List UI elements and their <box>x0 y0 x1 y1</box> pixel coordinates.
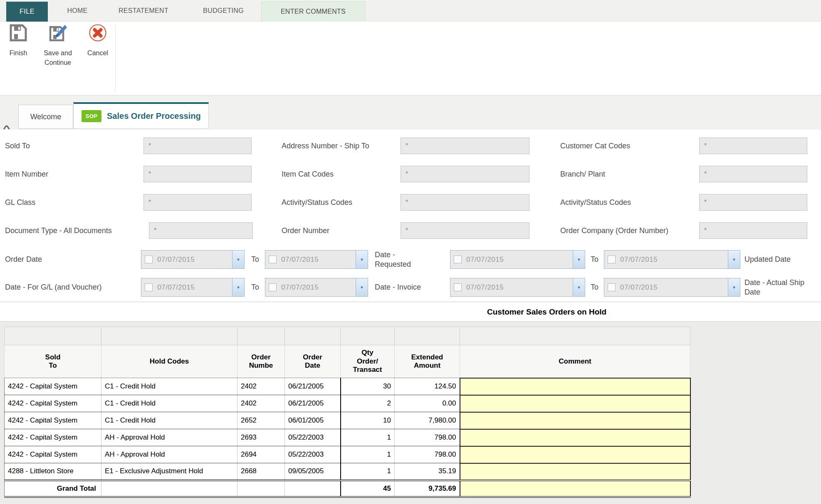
date-dropdown-button[interactable]: ▼ <box>232 251 244 268</box>
date-dropdown-button[interactable]: ▼ <box>232 278 244 296</box>
ribbon-tab-home[interactable]: HOME <box>54 0 101 22</box>
sheet-tab-sales-order-processing[interactable]: SOP Sales Order Processing <box>73 102 209 129</box>
date-dropdown-button[interactable]: ▼ <box>356 278 368 296</box>
date-checkbox[interactable] <box>454 256 462 263</box>
cancel-button[interactable]: Cancel <box>82 23 114 58</box>
cell-amount: 35.19 <box>395 463 460 480</box>
cell-sold-to: 4242 - Capital System <box>5 395 101 412</box>
header-qty: Qty Order/ Transact <box>341 345 395 378</box>
date-checkbox[interactable] <box>269 283 277 291</box>
filter-label-document-type: Document Type - All Documents <box>5 222 112 239</box>
cell-order-date: 09/05/2005 <box>285 463 341 480</box>
collapse-chevron-icon[interactable]: ^ <box>3 124 10 133</box>
filter-input-sold-to[interactable]: * <box>143 138 252 154</box>
cell-sold-to: 4242 - Capital System <box>5 378 101 395</box>
ribbon-tab-enter-comments[interactable]: ENTER COMMENTS <box>261 1 365 22</box>
comment-input-cell[interactable] <box>460 480 690 497</box>
floppy-disk-pen-icon <box>48 23 67 42</box>
comment-input-cell[interactable] <box>460 463 690 480</box>
date-filter-row-2: Date - For G/L (and Voucher) 07/07/2015 … <box>0 278 821 297</box>
filter-input-item-number[interactable]: * <box>143 166 252 182</box>
date-checkbox[interactable] <box>145 283 153 291</box>
date-picker-gl-from[interactable]: 07/07/2015 ▼ <box>141 278 245 297</box>
comment-input-cell[interactable] <box>460 429 690 446</box>
date-checkbox[interactable] <box>608 283 616 291</box>
date-value: 07/07/2015 <box>466 256 504 264</box>
chevron-down-icon: ▼ <box>360 285 364 290</box>
date-picker-invoice-to[interactable]: 07/07/2015 ▼ <box>604 278 740 297</box>
to-label: To <box>591 250 598 269</box>
finish-button[interactable]: Finish <box>3 23 33 58</box>
cell-hold-codes: C1 - Credit Hold <box>101 412 237 429</box>
date-dropdown-button[interactable]: ▼ <box>356 251 368 268</box>
date-picker-order-date-from[interactable]: 07/07/2015 ▼ <box>141 250 245 269</box>
filter-label-branch-plant: Branch/ Plant <box>560 166 605 182</box>
filter-value: * <box>149 223 252 238</box>
finish-label: Finish <box>10 48 27 58</box>
filter-input-branch-plant[interactable]: * <box>699 166 807 182</box>
comment-input-cell[interactable] <box>460 378 690 395</box>
filter-input-activity-status-codes-2[interactable]: * <box>699 194 807 211</box>
worksheet-area: Customer Sales Orders on Hold Sold To Ho… <box>0 302 821 504</box>
filter-value: * <box>401 194 529 210</box>
cell-order-number: 2402 <box>237 395 285 412</box>
date-checkbox[interactable] <box>269 256 277 263</box>
filter-input-document-type[interactable]: * <box>149 222 253 239</box>
filter-input-order-number[interactable]: * <box>401 222 529 239</box>
cell-sold-to: 4288 - Littleton Store <box>5 463 101 480</box>
date-picker-requested-from[interactable]: 07/07/2015 ▼ <box>450 250 585 269</box>
filter-label-customer-cat-codes: Customer Cat Codes <box>560 138 630 154</box>
cell-order-number: 2693 <box>237 429 285 446</box>
comment-input-cell[interactable] <box>460 446 690 463</box>
filter-input-activity-status-codes[interactable]: * <box>401 194 529 211</box>
filter-label-sold-to: Sold To <box>5 138 30 154</box>
table-row: 4288 - Littleton Store E1 - Exclusive Ad… <box>5 463 690 480</box>
cell-hold-codes: AH - Approval Hold <box>101 429 237 446</box>
filter-input-order-company[interactable]: * <box>699 222 807 239</box>
ribbon-tab-strip: FILE HOME RESTATEMENT BUDGETING ENTER CO… <box>0 0 821 22</box>
chevron-down-icon: ▼ <box>577 285 581 290</box>
header-comment: Comment <box>460 345 690 378</box>
cell-qty: 1 <box>341 446 395 463</box>
sop-badge: SOP <box>82 110 101 122</box>
date-dropdown-button[interactable]: ▼ <box>573 251 585 268</box>
to-label: To <box>251 250 259 269</box>
ribbon-tab-restatement[interactable]: RESTATEMENT <box>102 0 185 22</box>
date-checkbox[interactable] <box>608 256 616 263</box>
filter-input-item-cat-codes[interactable]: * <box>401 166 529 182</box>
sheet-tab-welcome[interactable]: Welcome <box>18 105 73 129</box>
filter-input-address-number-ship-to[interactable]: * <box>401 138 529 154</box>
comment-input-cell[interactable] <box>460 412 690 429</box>
cell-order-date: 06/21/2005 <box>285 378 341 395</box>
date-checkbox[interactable] <box>145 256 153 263</box>
date-value: 07/07/2015 <box>157 256 195 264</box>
date-dropdown-button[interactable]: ▼ <box>728 251 740 268</box>
filter-row-1: Sold To * Address Number - Ship To * Cus… <box>0 138 821 154</box>
filter-input-customer-cat-codes[interactable]: * <box>699 138 807 154</box>
header-hold-codes: Hold Codes <box>101 345 237 378</box>
filter-label-item-cat-codes: Item Cat Codes <box>282 166 334 182</box>
save-and-continue-button[interactable]: Save and Continue <box>35 23 81 67</box>
ribbon-tab-budgeting[interactable]: BUDGETING <box>192 0 255 22</box>
date-picker-order-date-to[interactable]: 07/07/2015 ▼ <box>265 250 368 269</box>
date-dropdown-button[interactable]: ▼ <box>728 278 740 296</box>
filter-input-gl-class[interactable]: * <box>143 194 252 211</box>
filter-label-date-invoice: Date - Invoice <box>375 278 421 297</box>
date-picker-invoice-from[interactable]: 07/07/2015 ▼ <box>450 278 585 297</box>
filter-row-2: Item Number * Item Cat Codes * Branch/ P… <box>0 166 821 182</box>
ribbon-tab-file[interactable]: FILE <box>6 2 48 22</box>
date-checkbox[interactable] <box>454 283 462 291</box>
cell-hold-codes: C1 - Credit Hold <box>101 378 237 395</box>
date-picker-gl-to[interactable]: 07/07/2015 ▼ <box>265 278 368 297</box>
report-title: Customer Sales Orders on Hold <box>487 307 606 317</box>
to-label: To <box>251 278 259 297</box>
cell-order-number: 2694 <box>237 446 285 463</box>
date-picker-requested-to[interactable]: 07/07/2015 ▼ <box>604 250 740 269</box>
filter-value: * <box>401 223 529 238</box>
date-dropdown-button[interactable]: ▼ <box>573 278 585 296</box>
date-value: 07/07/2015 <box>620 256 658 264</box>
ribbon-group-divider <box>115 25 116 92</box>
table-row: 4242 - Capital System C1 - Credit Hold 2… <box>5 412 690 429</box>
date-value: 07/07/2015 <box>620 283 658 292</box>
comment-input-cell[interactable] <box>460 395 690 412</box>
